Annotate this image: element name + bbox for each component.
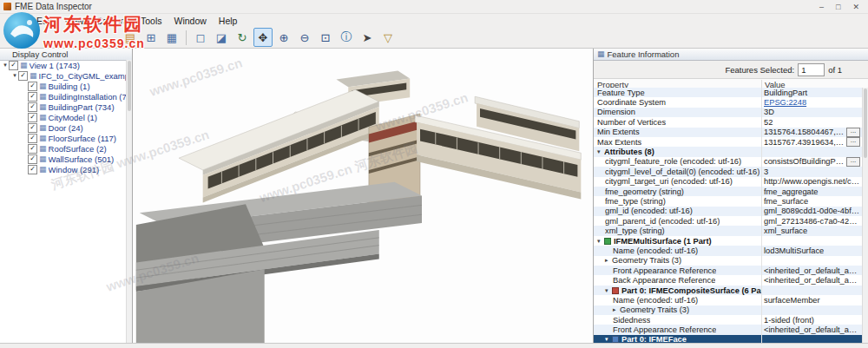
property-row[interactable]: Dimension3D [594, 108, 862, 117]
open-dataset-button[interactable]: ▤ [121, 28, 140, 47]
property-row[interactable]: Number of Vertices52 [594, 117, 862, 127]
menu-view[interactable]: View [58, 16, 90, 26]
feature-panel-scrollbar[interactable] [862, 88, 868, 344]
3d-model-building[interactable] [133, 49, 593, 344]
select-button[interactable]: ➤ [358, 28, 377, 47]
property-row[interactable]: fme_type (string)fme_surface [594, 196, 862, 206]
display-control-scrollbar[interactable] [126, 60, 132, 344]
property-row[interactable]: ▸Geometry Traits (3) [594, 256, 862, 266]
tree-item[interactable]: ✓▦BuildingInstallation (72) [0, 91, 126, 102]
3d-viewport[interactable] [133, 49, 593, 344]
property-row[interactable]: citygml_level_of_detail(0) (encoded: utf… [594, 167, 862, 176]
checkbox[interactable]: ✓ [28, 102, 37, 112]
tree-item[interactable]: ✓▦Building (1) [0, 81, 126, 91]
zoom-extents-button[interactable]: ⊡ [316, 28, 335, 47]
checkbox[interactable]: ✓ [28, 92, 37, 102]
checkbox[interactable]: ✓ [28, 154, 37, 164]
expander-icon[interactable]: ▾ [2, 62, 9, 69]
ellipsis-button[interactable]: ... [846, 128, 860, 137]
property-row[interactable]: xml_type (string)xml_surface [594, 226, 862, 235]
menu-tools[interactable]: Tools [135, 16, 168, 26]
expander-icon[interactable]: ▾ [597, 238, 604, 245]
of-count-label: of 1 [828, 65, 842, 75]
selected-feature-input[interactable]: 1 [798, 63, 825, 76]
ellipsis-button[interactable]: ... [846, 157, 860, 167]
tree-item-label: BuildingPart (734) [49, 102, 115, 112]
property-row[interactable]: citygml_feature_role (encoded: utf-16)co… [594, 157, 862, 167]
property-row[interactable]: gml_id (encoded: utf-16)gml_8089cdd1-0d0… [594, 207, 862, 216]
property-value: fme_aggregate [764, 187, 860, 196]
expander-icon[interactable]: ▾ [11, 72, 18, 79]
feature-info-button[interactable]: ⓘ [337, 28, 356, 47]
status-bar [0, 343, 868, 348]
close-button[interactable]: ✕ [852, 2, 859, 12]
minimize-button[interactable]: – [819, 2, 824, 12]
ellipsis-button[interactable]: ... [846, 137, 860, 147]
maximize-button[interactable]: □ [836, 2, 840, 12]
property-row[interactable]: Name (encoded: utf-16)lod3MultiSurface [594, 246, 862, 255]
expander-icon[interactable]: ▾ [605, 287, 612, 294]
tree-item[interactable]: ✓▦RoofSurface (2) [0, 143, 126, 154]
checkbox[interactable]: ✓ [28, 82, 37, 91]
checkbox[interactable]: ✓ [9, 61, 18, 70]
orbit-button[interactable]: ↻ [233, 28, 252, 47]
tree-item[interactable]: ✓▦CityModel (1) [0, 112, 126, 122]
zoom-in-button[interactable]: ⊕ [274, 28, 293, 47]
property-row[interactable]: ▾Attributes (8) [594, 147, 862, 156]
property-row[interactable]: ▾Part 0: IFMECompositeSurface (6 Parts) [594, 286, 862, 295]
view-2d-button[interactable]: ◻ [191, 28, 210, 47]
menu-file[interactable]: File [3, 16, 30, 26]
property-row[interactable]: Back Appearance Reference<inherited_or_d… [594, 275, 862, 285]
checkbox[interactable]: ✓ [28, 144, 37, 154]
add-dataset-button[interactable]: ⊞ [141, 28, 161, 47]
menu-edit[interactable]: Edit [30, 16, 58, 26]
property-row[interactable]: ▾IFMEMultiSurface (1 Part) [594, 236, 862, 246]
property-row[interactable]: Max Extents1315767.43919634, 440531.....… [594, 137, 862, 147]
property-cell: gml_parent_id (encoded: utf-16) [594, 217, 761, 226]
tree-item[interactable]: ✓▦WallSurface (501) [0, 154, 126, 164]
expander-icon[interactable]: ▸ [605, 257, 612, 264]
menu-camera[interactable]: Camera [90, 16, 135, 26]
view-3d-button[interactable]: ◪ [212, 28, 231, 47]
tree-item[interactable]: ▾✓▦View 1 (1743) [0, 60, 126, 70]
property-row[interactable]: Front Appearance Reference<inherited_or_… [594, 325, 862, 334]
value-link[interactable]: EPSG:2248 [764, 98, 860, 107]
tree-item[interactable]: ✓▦BuildingPart (734) [0, 102, 126, 112]
main-content: Display Control ▾✓▦View 1 (1743)▾✓▦IFC_t… [0, 49, 868, 344]
menu-help[interactable]: Help [213, 16, 244, 26]
property-row[interactable]: fme_geometry (string)fme_aggregate [594, 187, 862, 196]
checkbox[interactable]: ✓ [28, 165, 37, 174]
property-row[interactable]: ▸Geometry Traits (3) [594, 305, 862, 315]
features-selected-label: Features Selected: [725, 65, 794, 75]
tree-item[interactable]: ✓▦FloorSurface (117) [0, 133, 126, 143]
property-row[interactable]: Front Appearance Reference<inherited_or_… [594, 266, 862, 275]
property-name: Max Extents [597, 138, 641, 147]
property-row[interactable]: gml_parent_id (encoded: utf-16)gml_27213… [594, 216, 862, 226]
property-value: 52 [764, 118, 860, 127]
property-row[interactable]: Min Extents1315764.15804467, 440527.....… [594, 128, 862, 137]
display-control-tab[interactable]: Display Control [0, 49, 132, 61]
pan-button[interactable]: ✥ [253, 28, 273, 47]
checkbox[interactable]: ✓ [28, 123, 37, 133]
value-cell: fme_surface [761, 196, 862, 206]
property-row[interactable]: Feature TypeBuildingPart [594, 88, 862, 97]
property-value: <inherited_or_default_app... [764, 266, 860, 275]
property-cell: Dimension [594, 108, 761, 116]
property-cell: ▾Attributes (8) [594, 148, 761, 156]
expander-icon[interactable]: ▾ [597, 148, 604, 155]
menu-window[interactable]: Window [168, 16, 212, 26]
tree-item[interactable]: ✓▦Door (24) [0, 122, 126, 133]
property-row[interactable]: Coordinate SystemEPSG:2248 [594, 97, 862, 107]
checkbox[interactable]: ✓ [18, 71, 28, 81]
zoom-out-button[interactable]: ⊖ [295, 28, 314, 47]
property-row[interactable]: Sidedness1-sided (front) [594, 315, 862, 325]
tree-item[interactable]: ▾✓▦IFC_to_CityGML_example_6_2 [0, 70, 126, 81]
checkbox[interactable]: ✓ [28, 134, 37, 143]
expander-icon[interactable]: ▸ [613, 306, 620, 313]
tree-item[interactable]: ✓▦Window (291) [0, 164, 126, 174]
feature-table-button[interactable]: ▦ [162, 28, 181, 47]
filter-button[interactable]: ▽ [378, 28, 398, 47]
checkbox[interactable]: ✓ [28, 113, 37, 122]
property-row[interactable]: citygml_target_uri (encoded: utf-16)http… [594, 177, 862, 187]
property-row[interactable]: Name (encoded: utf-16)surfaceMember [594, 295, 862, 305]
